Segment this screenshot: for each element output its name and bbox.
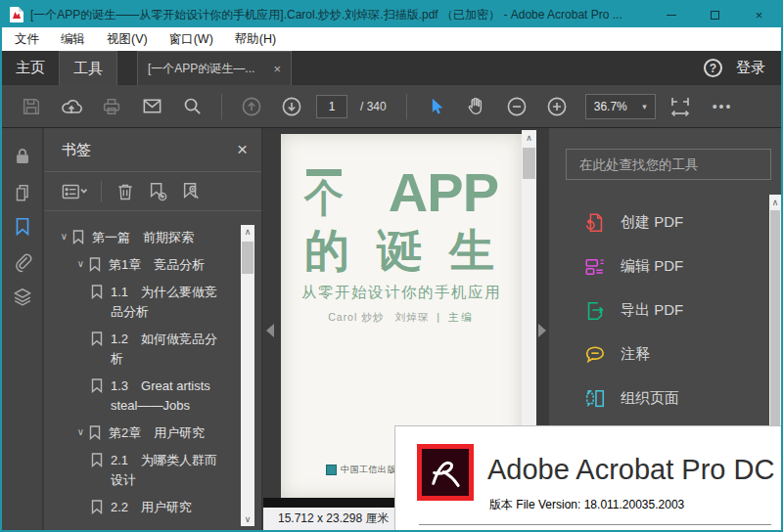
menu-window[interactable]: 窗口(W) bbox=[159, 27, 224, 51]
close-button[interactable]: × bbox=[737, 2, 781, 27]
bookmark-icon bbox=[91, 283, 111, 299]
window-title: [一个APP的诞生——从零开始设计你的手机应用].Carol.炒炒.刘焯琛.扫描… bbox=[30, 7, 649, 23]
scrollbar-thumb[interactable] bbox=[523, 148, 535, 179]
bookmark-item[interactable]: 2.2 用户研究 bbox=[44, 494, 240, 521]
bookmarks-panel-icon[interactable] bbox=[12, 216, 33, 238]
select-tool-button[interactable] bbox=[421, 91, 452, 122]
tool-create-pdf[interactable]: 创建 PDF bbox=[549, 200, 769, 244]
tool-export-pdf[interactable]: 导出 PDF bbox=[549, 288, 769, 332]
chevron-down-icon: ▾ bbox=[642, 102, 647, 111]
bookmark-item[interactable]: ∨ 第2章 用户研究 bbox=[44, 420, 240, 447]
maximize-icon bbox=[711, 11, 719, 20]
bookmark-item[interactable]: 1.2 如何做竞品分析 bbox=[44, 326, 240, 373]
chevron-down-icon[interactable]: ∨ bbox=[56, 228, 72, 245]
pdf-file-icon bbox=[10, 7, 23, 22]
share-upload-button[interactable] bbox=[56, 91, 87, 122]
close-panel-icon[interactable]: × bbox=[237, 139, 248, 160]
bookmark-icon bbox=[91, 330, 111, 346]
bookmark-item[interactable]: 2.1 为哪类人群而设计 bbox=[44, 447, 240, 494]
bookmarks-title: 书签 bbox=[62, 141, 237, 159]
bookmark-item[interactable]: ∨ 第一篇 前期探索 bbox=[44, 224, 240, 251]
bookmark-icon bbox=[89, 423, 109, 440]
delete-bookmark-button[interactable] bbox=[115, 182, 135, 201]
previous-page-button[interactable] bbox=[236, 91, 267, 122]
tool-label: 导出 PDF bbox=[621, 301, 683, 320]
cloud-upload-icon bbox=[60, 95, 83, 118]
zoom-level-value: 36.7% bbox=[594, 100, 627, 113]
layers-icon[interactable] bbox=[12, 287, 33, 308]
scrollbar-thumb[interactable] bbox=[242, 242, 253, 274]
tool-label: 编辑 PDF bbox=[621, 257, 683, 276]
scroll-down-icon[interactable]: ∨ bbox=[241, 514, 254, 524]
tool-comment[interactable]: 注释 bbox=[549, 332, 769, 377]
arrow-down-circle-icon bbox=[280, 95, 303, 118]
export-pdf-icon bbox=[584, 300, 606, 322]
splash-version: 版本 File Version: 18.011.20035.2003 bbox=[489, 497, 684, 513]
bookmark-icon bbox=[91, 451, 111, 467]
maximize-button[interactable] bbox=[693, 2, 737, 27]
help-icon[interactable]: ? bbox=[704, 59, 722, 77]
bookmarks-toolbar-divider bbox=[101, 181, 102, 202]
bookmark-options-button[interactable] bbox=[62, 182, 87, 201]
tab-document[interactable]: [一个APP的诞生—... × bbox=[137, 51, 292, 85]
expand-right-panel-arrow[interactable] bbox=[538, 324, 546, 337]
tab-home[interactable]: 主页 bbox=[2, 51, 59, 85]
tool-organize-pages[interactable]: 组织页面 bbox=[549, 377, 769, 421]
add-bookmark-button[interactable] bbox=[147, 182, 168, 201]
email-button[interactable] bbox=[136, 91, 167, 122]
edit-pdf-icon bbox=[584, 256, 606, 278]
lock-icon[interactable] bbox=[12, 146, 33, 167]
page-thumbnails-icon[interactable] bbox=[12, 182, 33, 203]
chevron-down-icon[interactable]: ∨ bbox=[72, 255, 89, 273]
zoom-in-button[interactable] bbox=[541, 91, 573, 122]
chevron-down-icon[interactable]: ∨ bbox=[72, 423, 89, 441]
comment-icon bbox=[584, 344, 606, 366]
print-button[interactable] bbox=[96, 91, 127, 122]
bookmark-item[interactable]: 1.3 Great artists steal——Jobs bbox=[44, 373, 240, 420]
menu-edit[interactable]: 编辑 bbox=[50, 27, 96, 51]
tab-close-icon[interactable]: × bbox=[273, 62, 281, 76]
tab-tools[interactable]: 工具 bbox=[59, 51, 117, 85]
menu-view[interactable]: 视图(V) bbox=[96, 27, 159, 51]
tool-edit-pdf[interactable]: 编辑 PDF bbox=[549, 244, 769, 288]
tab-bar: 主页 工具 [一个APP的诞生—... × ? 登录 bbox=[2, 51, 781, 85]
more-tools-icon[interactable]: ••• bbox=[713, 99, 733, 114]
cover-title-app: APP bbox=[389, 171, 498, 214]
menu-bar: 文件 编辑 视图(V) 窗口(W) 帮助(H) bbox=[2, 27, 781, 51]
cover-title-row: 个 APP bbox=[304, 169, 498, 214]
toolbar-divider bbox=[406, 94, 407, 119]
hand-tool-button[interactable] bbox=[461, 91, 492, 122]
sign-in-button[interactable]: 登录 bbox=[736, 51, 781, 85]
menu-file[interactable]: 文件 bbox=[4, 27, 50, 51]
scroll-up-icon[interactable]: ∧ bbox=[769, 198, 781, 207]
minimize-button[interactable] bbox=[649, 2, 693, 27]
bookmark-item[interactable]: ∨ 第1章 竞品分析 bbox=[44, 251, 240, 279]
fit-width-button[interactable] bbox=[665, 91, 696, 122]
scroll-up-icon[interactable]: ∧ bbox=[522, 133, 536, 143]
zoom-level-dropdown[interactable]: 36.7% ▾ bbox=[585, 94, 656, 119]
page-size-value: 15.712 x 23.298 厘米 bbox=[278, 510, 389, 527]
search-icon bbox=[181, 95, 204, 117]
envelope-icon bbox=[141, 95, 163, 117]
tools-search-input[interactable] bbox=[566, 149, 771, 180]
page-number-input[interactable]: 1 bbox=[316, 95, 347, 118]
bookmark-goto-button[interactable] bbox=[180, 182, 202, 201]
attachments-icon[interactable] bbox=[12, 251, 33, 273]
bookmarks-tree: ∨ 第一篇 前期探索 ∨ 第1章 竞品分析 1.1 为什么要做竞品分析 1.2 … bbox=[44, 212, 240, 530]
bookmarks-scrollbar[interactable]: ∧ ∨ bbox=[241, 225, 254, 526]
bookmark-item[interactable]: 1.1 为什么要做竞品分析 bbox=[44, 279, 240, 326]
menu-help[interactable]: 帮助(H) bbox=[224, 27, 287, 51]
scroll-up-icon[interactable]: ∧ bbox=[241, 227, 254, 237]
next-page-button[interactable] bbox=[276, 91, 307, 122]
save-button[interactable] bbox=[16, 91, 47, 122]
main-toolbar: 1 / 340 36.7% ▾ ••• bbox=[2, 85, 781, 128]
search-button[interactable] bbox=[176, 91, 207, 122]
bookmark-label: 2.2 用户研究 bbox=[111, 498, 220, 517]
bookmarks-header: 书签 × bbox=[44, 128, 261, 172]
cover-yi-stroke bbox=[306, 169, 342, 176]
acrobat-window: [一个APP的诞生——从零开始设计你的手机应用].Carol.炒炒.刘焯琛.扫描… bbox=[0, 0, 783, 532]
collapse-left-panel-arrow[interactable] bbox=[266, 324, 274, 337]
tool-label: 组织页面 bbox=[621, 389, 679, 408]
title-bar: [一个APP的诞生——从零开始设计你的手机应用].Carol.炒炒.刘焯琛.扫描… bbox=[2, 2, 781, 27]
zoom-out-button[interactable] bbox=[501, 91, 532, 122]
